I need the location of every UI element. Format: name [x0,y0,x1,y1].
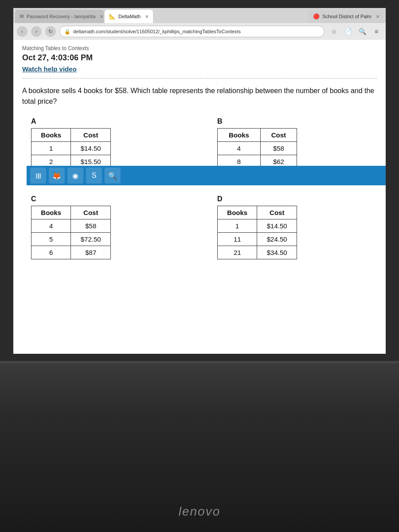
tab-password-label: Password Recovery - tamiyahta [27,14,95,19]
table-d-cell-0-0: 1 [218,219,257,233]
lock-icon: 🔒 [64,29,70,35]
taskbar-edge-button[interactable]: ◉ [67,168,83,184]
table-a-col-books: Books [31,129,71,142]
taskbar-s-button[interactable]: S [86,168,102,184]
table-b-col-cost: Cost [260,129,297,142]
deltamath-icon: 📐 [109,13,116,20]
table-d-label: D [217,195,223,203]
table-c-cell-0-1: $58 [71,219,111,233]
tab-school-label: School District of Palm [322,14,372,19]
table-row: 6$87 [31,246,111,259]
table-d-cell-2-0: 21 [218,246,257,259]
lenovo-logo: lenovo [179,505,221,519]
table-c-col-cost: Cost [71,206,111,219]
tab-password-close[interactable]: ✕ [100,14,103,19]
table-c-header-row: Books Cost [31,206,111,219]
table-c-cell-2-0: 6 [31,246,71,259]
table-row: 4$58 [31,219,111,233]
table-c-col-books: Books [31,206,71,219]
taskbar: ⊞ 🦊 ◉ S 🔍 [27,166,386,185]
laptop-bottom: lenovo [0,364,399,532]
address-bar-row: ‹ › ↻ 🔒 deltamath.com/student/solve/1160… [13,23,386,40]
address-bar[interactable]: 🔒 deltamath.com/student/solve/11605012/_… [59,26,325,37]
table-c[interactable]: Books Cost 4$585$72.506$87 [31,206,111,259]
table-d-header-row: Books Cost [218,206,297,219]
table-a-col-cost: Cost [71,129,111,142]
table-row: 1$14.50 [31,142,111,155]
table-row: 11$24.50 [218,233,297,246]
tab-school-district[interactable]: 🔴 School District of Palm ✕ [309,10,384,23]
laptop-screen-frame: ✉ Password Recovery - tamiyahta ✕ 📐 Delt… [0,0,399,364]
menu-icon[interactable]: ≡ [371,26,382,37]
taskbar-start-button[interactable]: ⊞ [30,168,46,184]
divider [22,78,377,78]
table-d-col-cost: Cost [257,206,297,219]
search-icon[interactable]: 🔍 [356,26,368,37]
address-text: deltamath.com/student/solve/11605012/_kp… [73,29,241,34]
table-d-cell-2-1: $34.50 [257,246,297,259]
school-icon: 🔴 [313,13,320,20]
table-row: 1$14.50 [218,219,297,233]
table-section-d[interactable]: D Books Cost 1$14.5011$24.5021$34.50 [217,195,368,259]
table-d-cell-1-0: 11 [218,233,257,246]
table-a-cell-0-0: 1 [31,142,71,155]
problem-text: A bookstore sells 4 books for $58. Which… [22,86,377,107]
table-c-cell-1-1: $72.50 [71,233,111,246]
watch-help-link[interactable]: Watch help video [22,65,377,73]
table-b-cell-0-1: $58 [260,142,297,155]
page-timestamp: Oct 27, 4:03:06 PM [22,53,377,63]
table-d-cell-1-1: $24.50 [257,233,297,246]
table-a-label: A [31,117,36,125]
table-d[interactable]: Books Cost 1$14.5011$24.5021$34.50 [217,206,297,259]
table-b-cell-0-0: 4 [218,142,261,155]
table-a-cell-0-1: $14.50 [71,142,111,155]
taskbar-search-button[interactable]: 🔍 [105,168,121,184]
tab-school-close[interactable]: ✕ [376,14,379,19]
bookmark-icon[interactable]: ☆ [328,26,340,37]
table-row: 5$72.50 [31,233,111,246]
table-d-cell-0-1: $14.50 [257,219,297,233]
taskbar-firefox-button[interactable]: 🦊 [49,168,65,184]
table-c-label: C [31,195,36,203]
tab-deltamath-close[interactable]: ✕ [145,14,149,19]
reload-button[interactable]: ↻ [45,26,56,37]
page-content: Matching Tables to Contexts Oct 27, 4:03… [13,40,386,354]
table-b-label: B [217,117,223,125]
tab-password-recovery[interactable]: ✉ Password Recovery - tamiyahta ✕ [15,10,104,23]
table-c-cell-1-0: 5 [31,233,71,246]
tab-deltamath-label: DeltaMath [118,14,141,19]
browser-chrome: ✉ Password Recovery - tamiyahta ✕ 📐 Delt… [13,8,386,40]
back-button[interactable]: ‹ [17,26,27,37]
tab-deltamath[interactable]: 📐 DeltaMath ✕ [105,10,153,23]
table-b-col-books: Books [218,129,261,142]
table-c-cell-2-1: $87 [71,246,111,259]
screen: ✉ Password Recovery - tamiyahta ✕ 📐 Delt… [13,8,386,354]
pdf-icon[interactable]: 📄 [342,26,354,37]
tab-bar: ✉ Password Recovery - tamiyahta ✕ 📐 Delt… [13,8,386,23]
table-section-c[interactable]: C Books Cost 4$585$72.506$87 [31,195,182,259]
forward-button[interactable]: › [31,26,42,37]
toolbar-icons: ☆ 📄 🔍 ≡ [328,26,382,37]
table-c-cell-0-0: 4 [31,219,71,233]
breadcrumb: Matching Tables to Contexts [22,45,377,51]
table-d-col-books: Books [218,206,257,219]
email-icon: ✉ [20,13,24,20]
tables-grid: A Books Cost 1$14.502$15.503$16.50 [22,117,377,259]
table-b-header-row: Books Cost [218,129,297,142]
table-a-header-row: Books Cost [31,129,111,142]
table-row: 21$34.50 [218,246,297,259]
table-row: 4$58 [218,142,297,155]
